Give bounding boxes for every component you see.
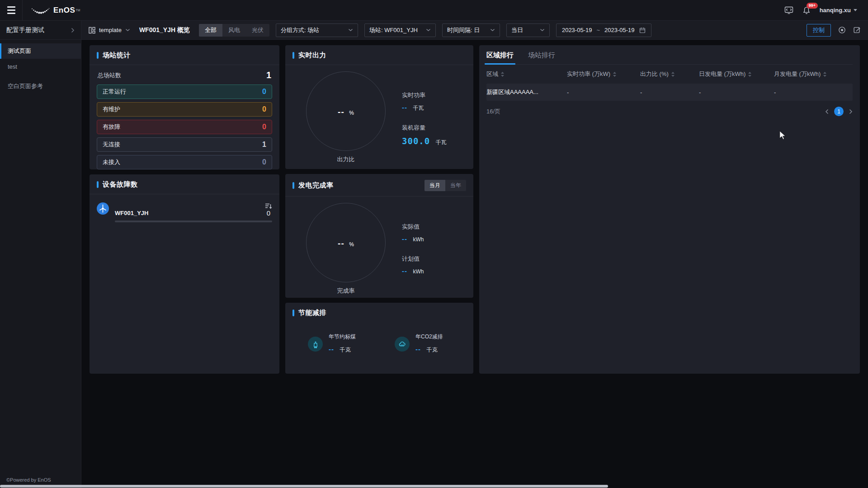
planned-value-metric: 计划值 -- kWh [402, 255, 424, 275]
column-header-output-ratio[interactable]: 出力比 (%) [640, 70, 699, 78]
enos-logo[interactable]: EnOS TM [31, 5, 80, 16]
column-label: 日发电量 (万kWh) [699, 70, 745, 78]
date-range-picker[interactable]: 2023-05-19 ~ 2023-05-19 [556, 23, 651, 37]
column-header-daily-generation[interactable]: 日发电量 (万kWh) [699, 70, 774, 78]
status-value: 0 [262, 123, 266, 131]
period-value: 当日 [511, 26, 523, 34]
template-selector[interactable]: template [89, 27, 130, 34]
status-label: 无连接 [103, 141, 120, 149]
completion-rate-card: 发电完成率 当月 当年 -- % [285, 174, 473, 298]
date-end: 2023-05-19 [604, 27, 635, 33]
energy-item-label: 年CO2减排 [415, 333, 443, 341]
page-title: WF001_YJH 概览 [139, 26, 190, 34]
toggle-current-month[interactable]: 当月 [425, 180, 445, 191]
page-number-button[interactable]: 1 [834, 107, 844, 116]
tab-region-ranking[interactable]: 区域排行 [486, 51, 514, 64]
sidebar-item-blank-page-ref[interactable]: 空白页面参考 [0, 79, 81, 94]
next-page-button[interactable] [849, 109, 853, 114]
table-row[interactable]: 新疆区域AAAAAA... - - - - [486, 84, 853, 101]
sort-descending-icon[interactable] [265, 203, 272, 209]
status-row-disconnected: 无连接 1 [97, 137, 272, 152]
chevron-down-icon [125, 28, 130, 32]
scrollbar-thumb[interactable] [0, 485, 608, 488]
hamburger-menu-button[interactable] [0, 0, 23, 20]
card-title: 设备故障数 [103, 180, 138, 189]
total-stations-value: 1 [266, 70, 271, 80]
metric-label: 装机容量 [402, 124, 447, 132]
group-mode-value: 分组方式: 场站 [281, 26, 319, 34]
toggle-current-year[interactable]: 当年 [445, 180, 466, 191]
user-menu[interactable]: hanqing.xu [820, 7, 857, 14]
chevron-down-icon [426, 28, 431, 32]
realtime-power-metric: 实时功率 -- 千瓦 [402, 91, 447, 112]
ranking-table-header: 区域 实时功率 (万kW) 出力比 (%) [486, 65, 853, 84]
brand-trademark: TM [75, 9, 80, 12]
status-value: 1 [262, 141, 266, 149]
column-header-region[interactable]: 区域 [486, 70, 567, 78]
period-toggle: 当月 当年 [425, 180, 466, 191]
svg-text:co2: co2 [401, 344, 404, 346]
total-stations-label: 总场站数 [98, 71, 121, 80]
period-select[interactable]: 当日 [506, 23, 550, 37]
sidebar-group-header[interactable]: 配置手册测试 [0, 21, 81, 40]
tab-all[interactable]: 全部 [199, 24, 222, 37]
sidebar-item-test[interactable]: test [0, 59, 81, 74]
metric-unit: kWh [413, 268, 424, 275]
tab-solar[interactable]: 光伏 [246, 24, 269, 37]
chevron-right-icon [849, 109, 853, 114]
chevron-left-icon [825, 109, 829, 114]
group-mode-select[interactable]: 分组方式: 场站 [276, 23, 358, 37]
status-value: 0 [262, 158, 266, 166]
calendar-icon[interactable] [639, 27, 646, 33]
output-ratio-gauge: -- % [306, 71, 386, 151]
device-fault-station-row[interactable]: WF001_YJH 0 [97, 202, 272, 222]
notifications-bell-icon[interactable]: 99+ [802, 6, 811, 14]
sidebar: 配置手册测试 测试页面 test 空白页面参考 ©Powered by EnOS [0, 21, 81, 488]
page-toolbar: template WF001_YJH 概览 全部 风电 光伏 分组方式: 场站 … [81, 21, 868, 40]
brand-name: EnOS [53, 6, 75, 15]
metric-label: 计划值 [402, 255, 424, 263]
device-faults-card: 设备故障数 [90, 174, 279, 374]
tab-wind[interactable]: 风电 [222, 24, 246, 37]
card-title: 节能减排 [298, 309, 326, 317]
status-label: 未接入 [103, 158, 120, 166]
chevron-down-icon [854, 9, 857, 11]
card-title: 实时出力 [298, 51, 326, 60]
gauge-label: 出力比 [337, 155, 355, 164]
status-row-not-connected: 未接入 0 [97, 155, 272, 169]
sort-arrows-icon [748, 72, 751, 77]
station-select[interactable]: 场站: WF001_YJH [364, 23, 436, 37]
prev-page-button[interactable] [825, 109, 829, 114]
metric-value: 300.0 [402, 136, 430, 146]
column-header-monthly-generation[interactable]: 月发电量 (万kWh) [774, 70, 853, 78]
console-icon[interactable] [784, 6, 793, 14]
energy-item-value: -- [329, 345, 334, 353]
energy-saving-card: 节能减排 年节约标煤 [285, 303, 473, 374]
column-header-realtime-power[interactable]: 实时功率 (万kW) [567, 70, 640, 78]
total-stations-row: 总场站数 1 [97, 67, 272, 84]
date-separator: ~ [596, 27, 600, 33]
metric-label: 实时功率 [402, 91, 447, 99]
monitor-target-icon[interactable] [838, 26, 846, 34]
time-interval-select[interactable]: 时间间隔: 日 [442, 23, 500, 37]
sort-arrows-icon [613, 72, 616, 77]
ranking-tabs: 区域排行 场站排行 [486, 45, 853, 65]
edit-page-icon[interactable] [853, 26, 861, 34]
date-start: 2023-05-19 [562, 27, 592, 33]
metric-value: -- [402, 235, 407, 243]
chevron-down-icon [490, 28, 495, 32]
tab-station-ranking[interactable]: 场站排行 [528, 51, 555, 64]
gauge-label: 完成率 [337, 287, 355, 295]
sidebar-item-label: test [8, 63, 17, 70]
metric-unit: 千瓦 [413, 105, 424, 111]
status-label: 有故障 [103, 123, 120, 131]
station-name: WF001_YJH [115, 204, 148, 216]
fault-count-value: 0 [267, 210, 270, 216]
chevron-down-icon [540, 28, 545, 32]
control-button[interactable]: 控制 [807, 24, 831, 37]
cell-output-ratio: - [640, 89, 699, 96]
co2-reduction-item: co2 年CO2减排 -- 千克 [395, 333, 443, 354]
sort-arrows-icon [823, 72, 826, 77]
page-size-label: 16/页 [486, 108, 500, 116]
sidebar-item-test-page[interactable]: 测试页面 [0, 43, 81, 59]
